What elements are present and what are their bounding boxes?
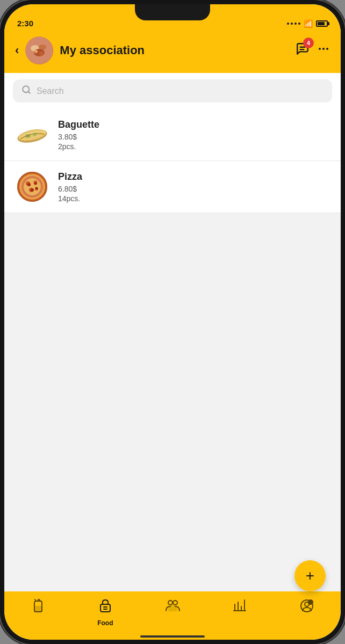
- content-area: Baguette 3.80$ 2pcs.: [4, 109, 341, 591]
- list-item[interactable]: Baguette 3.80$ 2pcs.: [4, 109, 341, 161]
- svg-point-9: [322, 48, 325, 50]
- svg-rect-35: [100, 604, 110, 612]
- baguette-price: 3.80$: [58, 133, 330, 141]
- notification-badge: 4: [303, 38, 314, 48]
- svg-point-10: [326, 48, 328, 50]
- nav-item-account[interactable]: €: [274, 597, 341, 616]
- svg-point-26: [34, 182, 37, 185]
- nav-item-drinks[interactable]: [4, 597, 71, 617]
- svg-line-12: [28, 91, 30, 93]
- avatar: [25, 36, 53, 64]
- food-list: Baguette 3.80$ 2pcs.: [4, 109, 341, 213]
- signal-icon: [287, 23, 300, 25]
- svg-point-4: [34, 50, 38, 53]
- phone-frame: 2:30 📶 ‹: [0, 0, 345, 644]
- back-button[interactable]: ‹: [15, 43, 19, 57]
- messages-button[interactable]: 4: [296, 42, 310, 59]
- drinks-icon: [32, 599, 45, 617]
- food-icon: [98, 599, 112, 617]
- page-title: My association: [60, 43, 296, 57]
- svg-point-8: [319, 48, 321, 50]
- people-icon: [165, 599, 180, 615]
- add-item-button[interactable]: +: [294, 560, 326, 591]
- baguette-info: Baguette 3.80$ 2pcs.: [58, 119, 330, 151]
- pizza-image: [15, 170, 49, 204]
- food-nav-label: Food: [97, 619, 113, 627]
- baguette-qty: 2pcs.: [58, 142, 330, 151]
- nav-item-stats[interactable]: [206, 597, 274, 616]
- svg-text:€: €: [309, 601, 311, 605]
- status-icons: 📶: [287, 19, 328, 28]
- svg-point-38: [168, 601, 172, 605]
- search-placeholder: Search: [37, 86, 64, 96]
- svg-point-28: [35, 187, 38, 190]
- search-bar[interactable]: Search: [13, 79, 332, 103]
- notch: [135, 4, 210, 20]
- svg-point-5: [39, 52, 44, 56]
- bottom-navigation: Food: [4, 591, 341, 640]
- pizza-qty: 14pcs.: [58, 194, 330, 203]
- account-icon: €: [300, 599, 314, 616]
- stats-icon: [233, 599, 247, 616]
- svg-point-39: [173, 601, 177, 605]
- nav-item-people[interactable]: [139, 597, 206, 615]
- pizza-info: Pizza 6.80$ 14pcs.: [58, 171, 330, 203]
- search-container: Search: [4, 73, 341, 109]
- header-actions: 4: [296, 42, 330, 59]
- pizza-name: Pizza: [58, 171, 330, 182]
- svg-point-20: [24, 178, 41, 195]
- svg-point-25: [27, 183, 31, 186]
- svg-rect-34: [34, 606, 42, 612]
- more-options-button[interactable]: [317, 42, 330, 58]
- search-icon: [21, 85, 31, 97]
- battery-icon: [316, 20, 328, 27]
- nav-item-food[interactable]: Food: [71, 597, 139, 627]
- header: ‹ My association: [4, 31, 341, 73]
- list-item[interactable]: Pizza 6.80$ 14pcs.: [4, 161, 341, 213]
- baguette-image: [15, 118, 49, 152]
- svg-point-27: [31, 188, 34, 192]
- home-indicator: [140, 635, 205, 638]
- wifi-icon: 📶: [304, 19, 313, 28]
- pizza-price: 6.80$: [58, 185, 330, 193]
- baguette-name: Baguette: [58, 119, 330, 130]
- screen: 2:30 📶 ‹: [4, 4, 341, 640]
- status-time: 2:30: [17, 19, 33, 28]
